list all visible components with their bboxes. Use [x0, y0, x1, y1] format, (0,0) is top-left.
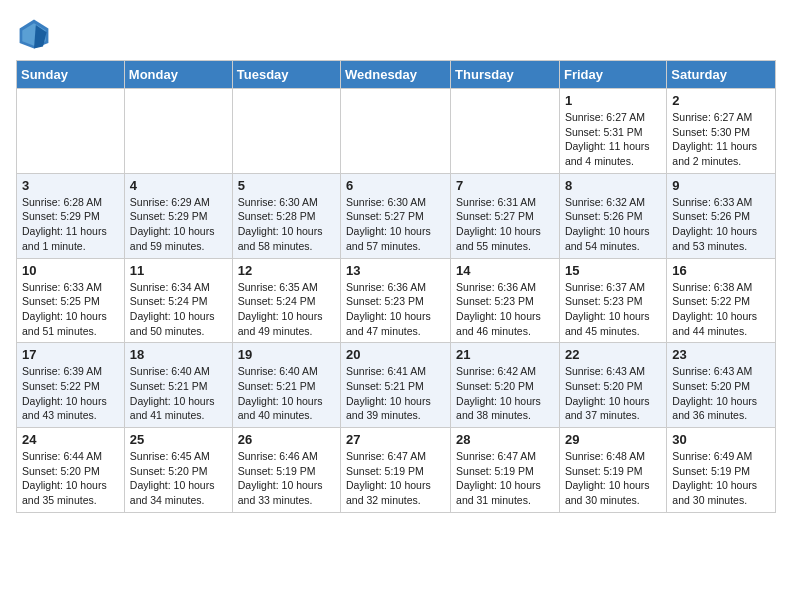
day-info: Sunrise: 6:31 AM Sunset: 5:27 PM Dayligh… — [456, 195, 554, 254]
day-info: Sunrise: 6:30 AM Sunset: 5:28 PM Dayligh… — [238, 195, 335, 254]
logo-icon — [16, 16, 52, 52]
day-info: Sunrise: 6:29 AM Sunset: 5:29 PM Dayligh… — [130, 195, 227, 254]
day-number: 19 — [238, 347, 335, 362]
calendar-cell — [341, 89, 451, 174]
calendar-cell: 15Sunrise: 6:37 AM Sunset: 5:23 PM Dayli… — [559, 258, 666, 343]
day-number: 25 — [130, 432, 227, 447]
day-number: 13 — [346, 263, 445, 278]
calendar-cell: 22Sunrise: 6:43 AM Sunset: 5:20 PM Dayli… — [559, 343, 666, 428]
calendar-cell: 13Sunrise: 6:36 AM Sunset: 5:23 PM Dayli… — [341, 258, 451, 343]
day-number: 17 — [22, 347, 119, 362]
calendar-cell — [17, 89, 125, 174]
day-info: Sunrise: 6:33 AM Sunset: 5:26 PM Dayligh… — [672, 195, 770, 254]
calendar-cell: 11Sunrise: 6:34 AM Sunset: 5:24 PM Dayli… — [124, 258, 232, 343]
day-info: Sunrise: 6:47 AM Sunset: 5:19 PM Dayligh… — [456, 449, 554, 508]
day-info: Sunrise: 6:46 AM Sunset: 5:19 PM Dayligh… — [238, 449, 335, 508]
day-info: Sunrise: 6:43 AM Sunset: 5:20 PM Dayligh… — [565, 364, 661, 423]
day-info: Sunrise: 6:40 AM Sunset: 5:21 PM Dayligh… — [130, 364, 227, 423]
day-info: Sunrise: 6:33 AM Sunset: 5:25 PM Dayligh… — [22, 280, 119, 339]
calendar-cell — [451, 89, 560, 174]
day-number: 8 — [565, 178, 661, 193]
day-number: 26 — [238, 432, 335, 447]
weekday-header-saturday: Saturday — [667, 61, 776, 89]
calendar-cell: 26Sunrise: 6:46 AM Sunset: 5:19 PM Dayli… — [232, 428, 340, 513]
calendar-cell: 12Sunrise: 6:35 AM Sunset: 5:24 PM Dayli… — [232, 258, 340, 343]
day-number: 2 — [672, 93, 770, 108]
day-number: 15 — [565, 263, 661, 278]
calendar-cell: 2Sunrise: 6:27 AM Sunset: 5:30 PM Daylig… — [667, 89, 776, 174]
day-info: Sunrise: 6:45 AM Sunset: 5:20 PM Dayligh… — [130, 449, 227, 508]
calendar-cell: 20Sunrise: 6:41 AM Sunset: 5:21 PM Dayli… — [341, 343, 451, 428]
weekday-header-monday: Monday — [124, 61, 232, 89]
day-number: 14 — [456, 263, 554, 278]
day-info: Sunrise: 6:34 AM Sunset: 5:24 PM Dayligh… — [130, 280, 227, 339]
weekday-header-friday: Friday — [559, 61, 666, 89]
calendar-cell: 4Sunrise: 6:29 AM Sunset: 5:29 PM Daylig… — [124, 173, 232, 258]
calendar-cell: 28Sunrise: 6:47 AM Sunset: 5:19 PM Dayli… — [451, 428, 560, 513]
day-number: 23 — [672, 347, 770, 362]
calendar-cell — [232, 89, 340, 174]
day-info: Sunrise: 6:41 AM Sunset: 5:21 PM Dayligh… — [346, 364, 445, 423]
day-number: 24 — [22, 432, 119, 447]
day-info: Sunrise: 6:39 AM Sunset: 5:22 PM Dayligh… — [22, 364, 119, 423]
weekday-header-wednesday: Wednesday — [341, 61, 451, 89]
day-info: Sunrise: 6:36 AM Sunset: 5:23 PM Dayligh… — [346, 280, 445, 339]
day-info: Sunrise: 6:36 AM Sunset: 5:23 PM Dayligh… — [456, 280, 554, 339]
calendar-cell: 14Sunrise: 6:36 AM Sunset: 5:23 PM Dayli… — [451, 258, 560, 343]
day-info: Sunrise: 6:44 AM Sunset: 5:20 PM Dayligh… — [22, 449, 119, 508]
calendar-cell: 5Sunrise: 6:30 AM Sunset: 5:28 PM Daylig… — [232, 173, 340, 258]
calendar-cell: 9Sunrise: 6:33 AM Sunset: 5:26 PM Daylig… — [667, 173, 776, 258]
day-number: 1 — [565, 93, 661, 108]
calendar-cell: 25Sunrise: 6:45 AM Sunset: 5:20 PM Dayli… — [124, 428, 232, 513]
calendar-cell: 16Sunrise: 6:38 AM Sunset: 5:22 PM Dayli… — [667, 258, 776, 343]
day-number: 5 — [238, 178, 335, 193]
day-info: Sunrise: 6:48 AM Sunset: 5:19 PM Dayligh… — [565, 449, 661, 508]
day-number: 27 — [346, 432, 445, 447]
calendar-cell: 29Sunrise: 6:48 AM Sunset: 5:19 PM Dayli… — [559, 428, 666, 513]
day-info: Sunrise: 6:32 AM Sunset: 5:26 PM Dayligh… — [565, 195, 661, 254]
calendar-cell: 24Sunrise: 6:44 AM Sunset: 5:20 PM Dayli… — [17, 428, 125, 513]
day-info: Sunrise: 6:49 AM Sunset: 5:19 PM Dayligh… — [672, 449, 770, 508]
weekday-header-tuesday: Tuesday — [232, 61, 340, 89]
day-number: 28 — [456, 432, 554, 447]
calendar-cell: 3Sunrise: 6:28 AM Sunset: 5:29 PM Daylig… — [17, 173, 125, 258]
day-number: 20 — [346, 347, 445, 362]
day-info: Sunrise: 6:38 AM Sunset: 5:22 PM Dayligh… — [672, 280, 770, 339]
day-info: Sunrise: 6:28 AM Sunset: 5:29 PM Dayligh… — [22, 195, 119, 254]
calendar-cell: 27Sunrise: 6:47 AM Sunset: 5:19 PM Dayli… — [341, 428, 451, 513]
day-info: Sunrise: 6:43 AM Sunset: 5:20 PM Dayligh… — [672, 364, 770, 423]
calendar-cell: 7Sunrise: 6:31 AM Sunset: 5:27 PM Daylig… — [451, 173, 560, 258]
day-number: 9 — [672, 178, 770, 193]
day-info: Sunrise: 6:35 AM Sunset: 5:24 PM Dayligh… — [238, 280, 335, 339]
day-number: 4 — [130, 178, 227, 193]
day-number: 7 — [456, 178, 554, 193]
day-number: 18 — [130, 347, 227, 362]
calendar-cell: 10Sunrise: 6:33 AM Sunset: 5:25 PM Dayli… — [17, 258, 125, 343]
day-number: 12 — [238, 263, 335, 278]
calendar-table: SundayMondayTuesdayWednesdayThursdayFrid… — [16, 60, 776, 513]
day-number: 16 — [672, 263, 770, 278]
day-number: 11 — [130, 263, 227, 278]
day-info: Sunrise: 6:42 AM Sunset: 5:20 PM Dayligh… — [456, 364, 554, 423]
day-info: Sunrise: 6:27 AM Sunset: 5:31 PM Dayligh… — [565, 110, 661, 169]
day-info: Sunrise: 6:40 AM Sunset: 5:21 PM Dayligh… — [238, 364, 335, 423]
calendar-cell: 17Sunrise: 6:39 AM Sunset: 5:22 PM Dayli… — [17, 343, 125, 428]
logo — [16, 16, 56, 52]
calendar-cell: 19Sunrise: 6:40 AM Sunset: 5:21 PM Dayli… — [232, 343, 340, 428]
day-number: 3 — [22, 178, 119, 193]
calendar-cell: 30Sunrise: 6:49 AM Sunset: 5:19 PM Dayli… — [667, 428, 776, 513]
day-info: Sunrise: 6:27 AM Sunset: 5:30 PM Dayligh… — [672, 110, 770, 169]
calendar-cell: 23Sunrise: 6:43 AM Sunset: 5:20 PM Dayli… — [667, 343, 776, 428]
day-info: Sunrise: 6:30 AM Sunset: 5:27 PM Dayligh… — [346, 195, 445, 254]
day-info: Sunrise: 6:47 AM Sunset: 5:19 PM Dayligh… — [346, 449, 445, 508]
day-number: 10 — [22, 263, 119, 278]
page-header — [16, 16, 776, 52]
calendar-cell: 21Sunrise: 6:42 AM Sunset: 5:20 PM Dayli… — [451, 343, 560, 428]
weekday-header-sunday: Sunday — [17, 61, 125, 89]
day-info: Sunrise: 6:37 AM Sunset: 5:23 PM Dayligh… — [565, 280, 661, 339]
day-number: 29 — [565, 432, 661, 447]
weekday-header-thursday: Thursday — [451, 61, 560, 89]
calendar-cell: 1Sunrise: 6:27 AM Sunset: 5:31 PM Daylig… — [559, 89, 666, 174]
day-number: 21 — [456, 347, 554, 362]
calendar-cell: 8Sunrise: 6:32 AM Sunset: 5:26 PM Daylig… — [559, 173, 666, 258]
